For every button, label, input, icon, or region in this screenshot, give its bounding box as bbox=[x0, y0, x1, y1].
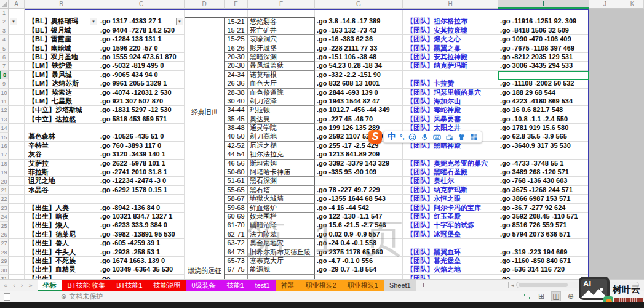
filter-dropdown-a[interactable]: ▼ bbox=[10, 18, 17, 25]
zoom-icon[interactable]: ⊕ bbox=[566, 291, 576, 301]
cell-city-coord[interactable] bbox=[98, 195, 185, 203]
cell-city[interactable]: 【中立】沙塔斯城 bbox=[25, 106, 98, 115]
cell-city[interactable]: 【出生】兽人 bbox=[25, 239, 98, 248]
cell-raid-coord[interactable] bbox=[498, 9, 589, 17]
cell-city-coord[interactable]: .go -3982 -13891 95 530 bbox=[98, 230, 185, 239]
cell-group-spacer[interactable] bbox=[185, 132, 225, 141]
cell-raid[interactable]: 【团队】红玉圣殿 bbox=[403, 213, 498, 221]
cell-city[interactable]: 【BL】幽暗城 bbox=[25, 44, 98, 53]
cell-dungeon[interactable]: 黑暗深渊 bbox=[248, 53, 315, 62]
cell-level-range[interactable]: 62-71 bbox=[225, 230, 248, 239]
cell-raid-coord[interactable]: .go 62.8 35.5 -3.9 565 bbox=[498, 132, 589, 141]
row-header-28[interactable]: 28 bbox=[0, 248, 9, 257]
column-header-G[interactable]: G bbox=[315, 0, 403, 9]
sheet-tab-test1[interactable]: test1 bbox=[250, 280, 276, 291]
cell-level-range[interactable]: 67-75 bbox=[225, 265, 248, 274]
row-header-27[interactable]: 27 bbox=[0, 239, 9, 248]
cell-group-spacer[interactable] bbox=[185, 53, 225, 62]
cell-dungeon[interactable]: 阿塔哈卡神庙 bbox=[248, 168, 315, 177]
filter-dropdown-b[interactable]: ▼ bbox=[90, 18, 97, 25]
cell-raid[interactable]: 【团队】安其拉神殿 bbox=[403, 53, 498, 62]
cell-raid-coord[interactable]: .go 8516 726 559 571 bbox=[498, 221, 589, 230]
cell-group-spacer[interactable] bbox=[185, 213, 225, 221]
scrollbar-thumb[interactable] bbox=[519, 283, 568, 287]
cell-level-range[interactable]: 15-25 bbox=[225, 35, 248, 44]
cell-dungeon-coord[interactable]: .go 3392 -3379 143 329 bbox=[315, 160, 403, 168]
add-sheet-button[interactable]: + bbox=[416, 280, 431, 291]
cell-dungeon-coord[interactable]: .go -4.7 -0.1 0 556 bbox=[315, 257, 403, 265]
cell-city[interactable]: 【LM】达纳苏斯 bbox=[25, 79, 98, 88]
cell-group-spacer[interactable] bbox=[185, 221, 225, 230]
cell-raid-coord[interactable] bbox=[498, 150, 589, 159]
sheet-nav-arrow-2[interactable]: › bbox=[21, 282, 23, 289]
row-header-6[interactable]: 6 bbox=[0, 53, 9, 62]
cell-level-range[interactable]: 60-69 bbox=[225, 213, 248, 221]
cell-group-spacer[interactable] bbox=[185, 97, 225, 106]
cell-city-coord[interactable]: .go 3120 -3439 140 1 bbox=[98, 150, 185, 159]
cell-city-coord[interactable]: .go -4074 -12031 2 530 bbox=[98, 89, 185, 97]
cell-dungeon[interactable]: 剃刀高地 bbox=[248, 132, 315, 141]
cell-city-coord[interactable]: .go -2928 -258 53 1 bbox=[98, 248, 185, 257]
cell-dungeon-coord[interactable]: .go 3.8 -14.8 -17 389 bbox=[315, 17, 403, 26]
cell-dungeon-coord[interactable]: .go 832 608 13 1001 bbox=[315, 79, 403, 88]
cell-dungeon[interactable]: 通灵学院 bbox=[248, 124, 315, 132]
sheet-tab-BT技能-收集[interactable]: BT技能-收集 bbox=[62, 280, 111, 291]
ime-more-grid-icon[interactable] bbox=[470, 133, 478, 141]
cell-a[interactable] bbox=[9, 168, 25, 177]
cell-raid-coord[interactable]: .go -11916 -1251 92. 309 bbox=[498, 17, 589, 26]
cell-city-coord[interactable]: .go -1284 138 131 1 bbox=[98, 35, 185, 44]
cell-a[interactable] bbox=[9, 257, 25, 265]
row-header-13[interactable]: 13 bbox=[0, 115, 9, 124]
cell-raid-coord[interactable]: .go -36.7 -277 92 624 bbox=[498, 204, 589, 213]
cell-city-coord[interactable]: .go -6233 333.9 384 0 bbox=[98, 221, 185, 230]
cell-level-range[interactable]: 24-34 bbox=[225, 71, 248, 79]
cell-dungeon-coord[interactable]: .go 1943 1544 82 47 bbox=[315, 97, 403, 106]
row-header-8[interactable]: 8 bbox=[0, 71, 9, 79]
cell-city[interactable]: 【LM】七星殿 bbox=[25, 97, 98, 106]
cell-dungeon[interactable]: 鲜血熔炉 bbox=[248, 204, 315, 213]
cell-dungeon[interactable]: 地狱火城墙 bbox=[248, 195, 315, 203]
cell-raid-coord[interactable]: .go -10.8 -1.1 -2.4 550 bbox=[498, 115, 589, 124]
cell-a[interactable] bbox=[9, 248, 25, 257]
column-header-D[interactable]: D bbox=[185, 0, 225, 9]
sheet-nav-arrow-3[interactable]: » bbox=[28, 282, 32, 289]
cell-dungeon[interactable]: 影牙城堡 bbox=[248, 44, 315, 53]
cell-dungeon-coord[interactable] bbox=[315, 177, 403, 185]
row-header-21[interactable]: 21 bbox=[0, 186, 9, 195]
cell-city-coord[interactable] bbox=[98, 124, 185, 132]
cell-raid[interactable]: 【团队】十字军的试炼 bbox=[403, 221, 498, 230]
row-header-4[interactable]: 4 bbox=[0, 35, 9, 44]
cell-a[interactable] bbox=[9, 97, 25, 106]
sheet-tab-技能说明[interactable]: 技能说明 bbox=[148, 280, 186, 291]
cell-dungeon-coord[interactable]: .go -151 106 -38 48 bbox=[315, 53, 403, 62]
cell-level-range[interactable]: 64-73 bbox=[225, 248, 248, 257]
cell-a[interactable] bbox=[9, 115, 25, 124]
cell-dungeon-coord[interactable]: .go -1355 1644 68 543 bbox=[315, 195, 403, 203]
cell-level-range[interactable]: 42-52 bbox=[225, 142, 248, 150]
cell-dungeon[interactable]: 血色修道院 bbox=[248, 89, 315, 97]
cell-level-range[interactable]: 35-45 bbox=[225, 115, 248, 124]
cell-a[interactable] bbox=[9, 221, 25, 230]
cell-city-coord[interactable]: .go -2741 2010 31.8 1 bbox=[98, 168, 185, 177]
column-header-A[interactable]: A bbox=[9, 0, 25, 9]
cell-level-range[interactable]: 63-72 bbox=[225, 239, 248, 248]
cell-level-range[interactable]: 44-54 bbox=[225, 150, 248, 159]
cell-dungeon[interactable]: 玛拉顿 bbox=[248, 106, 315, 115]
cell-a[interactable] bbox=[9, 124, 25, 132]
row-header-14[interactable]: 14 bbox=[0, 124, 9, 132]
cell-raid[interactable]: 【团队】冰冠堡垒 bbox=[403, 230, 498, 239]
cell-raid[interactable]: 【团队】卡拉赞 bbox=[403, 79, 498, 88]
cell-group-spacer[interactable] bbox=[185, 26, 225, 35]
row-header-24[interactable]: 24 bbox=[0, 213, 9, 221]
scroll-left-icon[interactable]: ◂ bbox=[511, 282, 514, 288]
cell-city-coord[interactable]: .go 921 307 507 870 bbox=[98, 97, 185, 106]
cell-city-coord[interactable]: .go -8942 -136 84 0 bbox=[98, 204, 185, 213]
cell-raid-coord[interactable]: .go 5794 2073 636 571 bbox=[498, 230, 589, 239]
select-all-corner[interactable] bbox=[0, 0, 9, 9]
cell-a[interactable] bbox=[9, 204, 25, 213]
cell-city-coord[interactable]: .go 1596 220 -57 0 bbox=[98, 44, 185, 53]
cell-group-spacer[interactable] bbox=[185, 124, 225, 132]
cell-a[interactable] bbox=[9, 53, 25, 62]
cell-raid[interactable]: 【团队】纳克萨玛斯 bbox=[403, 62, 498, 70]
column-header-F[interactable]: F bbox=[248, 0, 315, 9]
